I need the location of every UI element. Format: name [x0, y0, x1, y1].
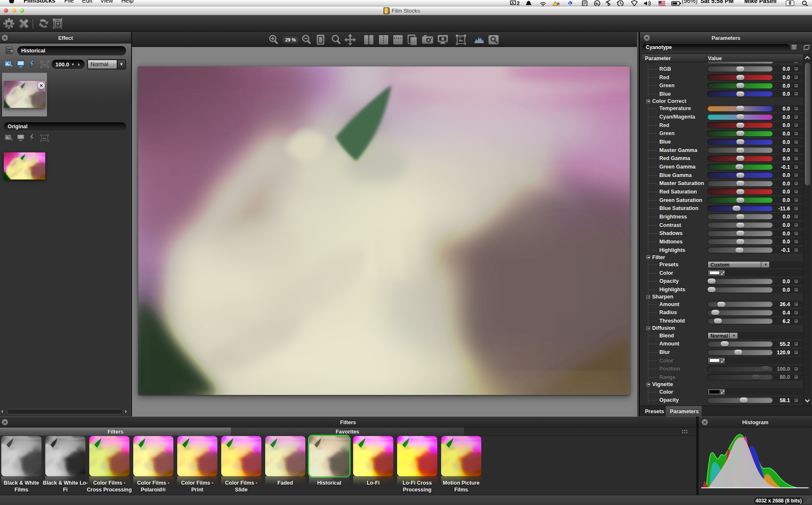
- svg-text:%: %: [595, 2, 599, 6]
- svg-text:2: 2: [517, 0, 520, 6]
- svg-text:S: S: [569, 2, 571, 6]
- svg-text:A: A: [511, 1, 514, 5]
- svg-text:29 %: 29 %: [285, 37, 296, 42]
